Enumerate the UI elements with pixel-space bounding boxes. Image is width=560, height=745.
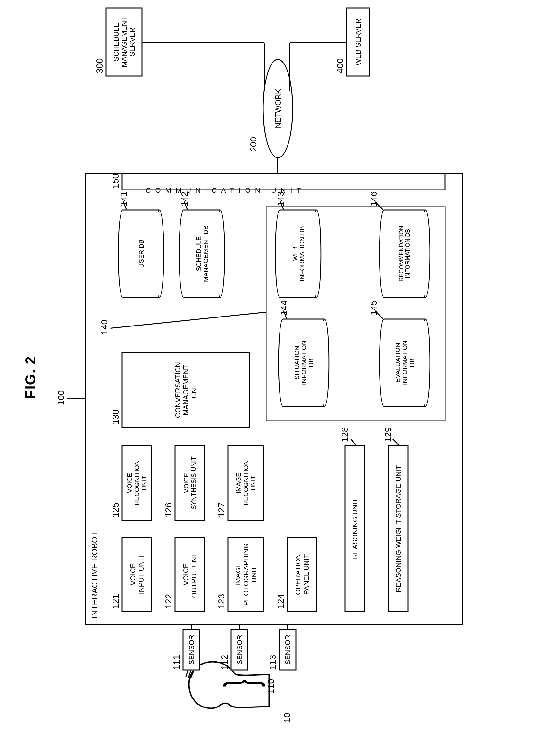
- sensor-group-brace: }: [218, 679, 263, 687]
- voice-output-unit: VOICE OUTPUT UNIT: [175, 537, 205, 612]
- ref-112: 112: [219, 655, 230, 670]
- evaluation-information-db: EVALUATION INFORMATION DB: [383, 319, 429, 407]
- sensor-113: SENSOR: [279, 629, 296, 671]
- recommendation-information-db: RECOMMENDATION INFORMATION DB: [383, 210, 429, 298]
- reasoning-weight-storage-unit: REASONING WEIGHT STORAGE UNIT: [388, 446, 409, 612]
- schedule-management-db: SCHEDULE MANAGEMENT DB: [183, 210, 224, 298]
- user-db: USER DB: [122, 210, 164, 298]
- schedule-management-server: SCHEDULE MANAGEMENT SERVER: [106, 8, 143, 77]
- ref-130: 130: [111, 410, 121, 425]
- network-node: NETWORK: [263, 59, 293, 158]
- ref-110: 110: [266, 679, 276, 694]
- ref-121: 121: [111, 594, 121, 609]
- web-information-db: WEB INFORMATION DB: [279, 210, 320, 298]
- ref-10: 10: [282, 713, 292, 722]
- voice-input-unit: VOICE INPUT UNIT: [122, 537, 152, 612]
- ref-150: 150: [111, 174, 121, 189]
- ref-128: 128: [340, 427, 350, 442]
- sensor-112: SENSOR: [231, 629, 248, 671]
- ref-300: 300: [95, 58, 105, 73]
- sensor-111: SENSOR: [183, 629, 200, 671]
- ref-200: 200: [248, 137, 259, 152]
- ref-122: 122: [164, 594, 174, 609]
- operation-panel-unit: OPERATION PANEL UNIT: [287, 537, 317, 612]
- reasoning-unit: REASONING UNIT: [345, 446, 365, 612]
- ref-146: 146: [369, 191, 379, 206]
- situation-information-db: SITUATION INFORMATION DB: [282, 319, 328, 407]
- conversation-management-unit: CONVERSATION MANAGEMENT UNIT: [122, 352, 250, 428]
- ref-400: 400: [335, 58, 345, 73]
- ref-140: 140: [99, 320, 110, 335]
- ref-123: 123: [216, 594, 226, 609]
- web-server: WEB SERVER: [346, 8, 370, 77]
- image-photographing-unit: IMAGE PHOTOGRAPHING UNIT: [228, 537, 265, 612]
- voice-synthesis-unit: VOICE SYNTHESIS UNIT: [175, 446, 205, 521]
- ref-127: 127: [216, 503, 226, 518]
- ref-113: 113: [268, 655, 278, 670]
- ref-129: 129: [383, 427, 393, 442]
- communication-unit-label: COMMUNICATION UNIT: [146, 186, 306, 195]
- ref-124: 124: [276, 594, 286, 609]
- ref-145: 145: [369, 300, 379, 316]
- ref-144: 144: [279, 300, 289, 316]
- figure-label: FIG. 2: [23, 356, 38, 399]
- ref-141: 141: [118, 191, 129, 206]
- voice-recognition-unit: VOICE RECOGNITION UNIT: [122, 446, 152, 521]
- interactive-robot-label: INTERACTIVE ROBOT: [90, 531, 100, 619]
- image-recognition-unit: IMAGE RECOGNITION UNIT: [228, 446, 265, 521]
- ref-125: 125: [111, 503, 121, 518]
- ref-126: 126: [164, 503, 174, 518]
- ref-100: 100: [56, 390, 66, 406]
- ref-111: 111: [172, 655, 182, 670]
